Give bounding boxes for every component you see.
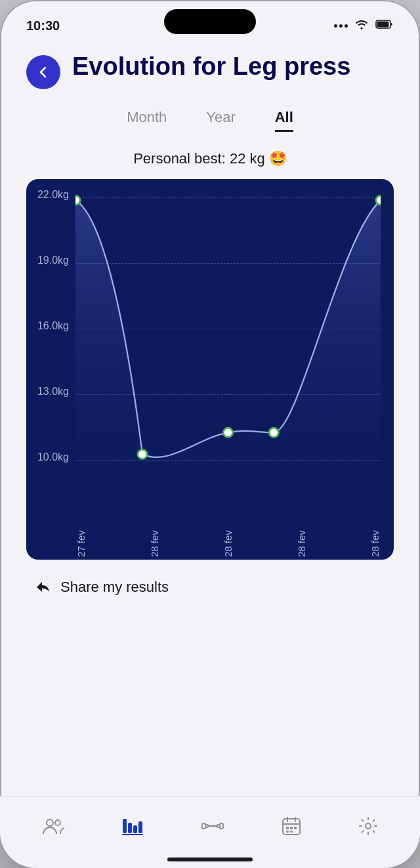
- x-label-3: 28 fev: [296, 526, 307, 560]
- y-label-10: 10.0kg: [37, 451, 69, 463]
- nav-calendar[interactable]: [271, 811, 312, 841]
- nav-dumbbell[interactable]: [191, 812, 234, 840]
- tab-all[interactable]: All: [275, 109, 293, 132]
- tab-month[interactable]: Month: [127, 109, 167, 132]
- x-axis-labels: 27 fev 28 fev 28 fev 28 fev 28 fev: [75, 520, 381, 560]
- page-title: Evolution for Leg press: [72, 52, 350, 81]
- header: Evolution for Leg press: [26, 52, 394, 89]
- svg-point-6: [376, 196, 381, 205]
- wifi-icon: [354, 19, 369, 32]
- svg-point-5: [269, 428, 278, 437]
- settings-icon: [358, 816, 378, 836]
- status-time: 10:30: [26, 18, 60, 33]
- svg-point-3: [138, 449, 147, 459]
- share-section[interactable]: Share my results: [26, 560, 394, 615]
- svg-point-28: [366, 823, 371, 829]
- tab-selector: Month Year All: [26, 109, 394, 132]
- people-icon: [42, 817, 64, 835]
- svg-point-8: [55, 820, 60, 825]
- x-label-4: 28 fev: [369, 526, 381, 560]
- status-icons: [334, 19, 394, 32]
- nav-settings[interactable]: [348, 811, 388, 841]
- svg-rect-12: [138, 821, 142, 833]
- calendar-icon: [282, 816, 301, 836]
- phone-frame: 10:30: [0, 0, 420, 868]
- signal-icon: [334, 24, 348, 28]
- svg-rect-27: [290, 831, 293, 833]
- tab-year[interactable]: Year: [206, 109, 235, 132]
- share-label: Share my results: [60, 579, 169, 596]
- svg-point-2: [75, 196, 80, 205]
- svg-rect-17: [217, 825, 220, 827]
- svg-rect-15: [205, 825, 208, 827]
- y-label-13: 13.0kg: [37, 386, 69, 398]
- svg-rect-9: [123, 819, 127, 833]
- battery-icon: [375, 19, 394, 32]
- y-axis-labels: 22.0kg 19.0kg 16.0kg 13.0kg 10.0kg: [26, 179, 75, 560]
- y-label-19: 19.0kg: [37, 255, 69, 266]
- svg-rect-11: [133, 825, 137, 833]
- y-label-22: 22.0kg: [37, 189, 69, 201]
- nav-stats[interactable]: [111, 811, 154, 841]
- svg-rect-10: [128, 823, 132, 833]
- dumbbell-icon: [201, 817, 224, 835]
- back-button[interactable]: [26, 55, 60, 89]
- svg-point-7: [47, 819, 53, 826]
- main-content: Evolution for Leg press Month Year All P…: [0, 39, 420, 615]
- home-indicator: [167, 858, 253, 861]
- share-icon: [33, 578, 51, 596]
- stats-icon: [121, 816, 144, 836]
- svg-rect-24: [290, 827, 293, 829]
- svg-rect-1: [377, 22, 389, 28]
- nav-people[interactable]: [32, 812, 75, 840]
- svg-rect-13: [122, 834, 143, 835]
- x-label-0: 27 fev: [75, 526, 87, 560]
- svg-point-4: [223, 428, 232, 437]
- chart-svg: [75, 179, 381, 476]
- personal-best: Personal best: 22 kg 🤩: [26, 150, 394, 167]
- y-label-16: 16.0kg: [37, 320, 69, 332]
- chart-container: 22.0kg 19.0kg 16.0kg 13.0kg 10.0kg: [26, 179, 394, 560]
- dynamic-island: [164, 9, 256, 34]
- svg-rect-26: [286, 831, 289, 833]
- x-label-1: 28 fev: [149, 526, 160, 560]
- svg-rect-25: [294, 827, 297, 829]
- svg-rect-23: [286, 827, 289, 829]
- x-label-2: 28 fev: [222, 526, 234, 560]
